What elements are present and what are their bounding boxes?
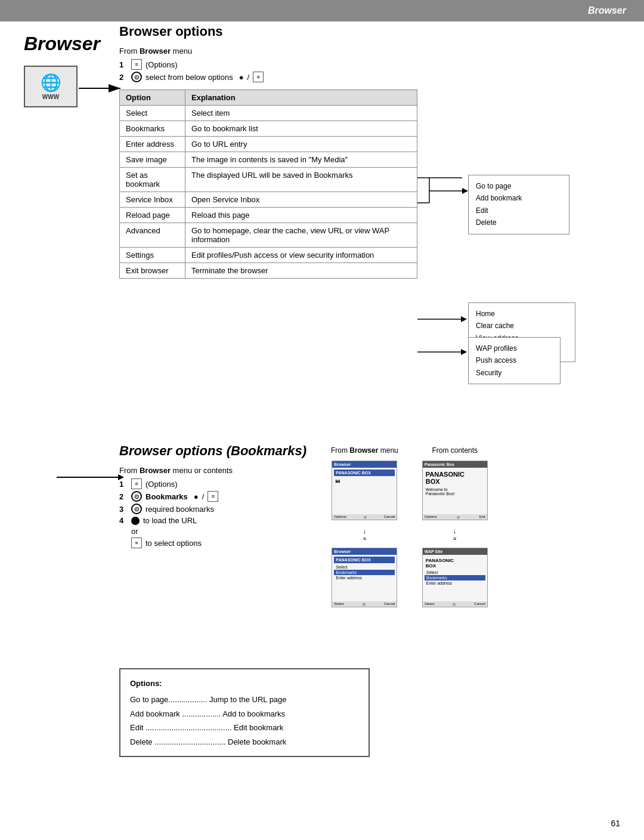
step2-4: 4 to load the URL bbox=[119, 516, 306, 525]
svg-marker-7 bbox=[461, 316, 467, 322]
explanation-cell: The displayed URL will be saved in Bookm… bbox=[185, 168, 417, 192]
bookmarks-label: Bookmarks bbox=[145, 492, 188, 501]
option-cell: Settings bbox=[120, 248, 185, 263]
table-row: SettingsEdit profiles/Push access or vie… bbox=[120, 248, 417, 263]
explanation-cell: Select item bbox=[185, 106, 417, 121]
panasonic-logo1: PANASONIC BOX bbox=[334, 470, 395, 476]
col-option-header: Option bbox=[120, 90, 185, 106]
option-cell: Enter address bbox=[120, 137, 185, 152]
step1: 1 ≡ (Options) bbox=[119, 59, 572, 70]
table-row: Set as bookmarkThe displayed URL will be… bbox=[120, 168, 417, 192]
phone4-brand: PANASONICBOX bbox=[425, 557, 485, 570]
or-label: or bbox=[131, 527, 138, 536]
table-row: Reload pageReload this page bbox=[120, 208, 417, 223]
phone2-brand: PANASONICBOX bbox=[425, 470, 485, 486]
col-explanation-header: Explanation bbox=[185, 90, 417, 106]
table-row: Service InboxOpen Service Inbox bbox=[120, 192, 417, 208]
options-line: Go to page.................. Jump to the… bbox=[130, 693, 359, 706]
side-box-bookmarks: Go to page Add bookmark Edit Delete bbox=[468, 175, 569, 234]
option-cell: Reload page bbox=[120, 208, 185, 223]
explanation-cell: Reload this page bbox=[185, 208, 417, 223]
menu-select: Select bbox=[334, 564, 395, 570]
side-box2-line1: Home bbox=[476, 308, 568, 320]
menu4-enter-address: Enter address bbox=[425, 580, 485, 586]
bookmarks-section: Browser options (Bookmarks) From Browser… bbox=[119, 443, 306, 555]
step2-3: 3 ⊙ required bookmarks bbox=[119, 504, 306, 514]
from-contents-col: From contents Panasonic Box PANASONICBOX… bbox=[422, 446, 488, 607]
explanation-cell: Go to bookmark list bbox=[185, 121, 417, 137]
circle-dot-icon: ● bbox=[239, 73, 244, 82]
explanation-cell: Edit profiles/Push access or view securi… bbox=[185, 248, 417, 263]
globe-icon: 🌐 bbox=[41, 73, 61, 92]
options-line: Edit ...................................… bbox=[130, 721, 359, 734]
phone3-footer: Select ⊙ Cancel bbox=[332, 601, 397, 607]
option-cell: Service Inbox bbox=[120, 192, 185, 208]
www-icon: 🌐 WWW bbox=[24, 66, 78, 107]
table-row: Exit browserTerminate the browser bbox=[120, 263, 417, 279]
www-text: WWW bbox=[42, 94, 59, 100]
section2-title: Browser options (Bookmarks) bbox=[119, 443, 306, 459]
phone-screen-4: WAP Site PANASONICBOX Select Bookmarks E… bbox=[422, 548, 488, 607]
side-box3-line3: Security bbox=[476, 367, 553, 379]
step2-3-label: required bookmarks bbox=[145, 505, 214, 514]
menu-bookmarks: Bookmarks bbox=[334, 570, 395, 575]
side-box2-line2: Clear cache bbox=[476, 320, 568, 332]
nav-icon2: ⊙ bbox=[131, 491, 142, 502]
step2-label: select from below options bbox=[145, 73, 233, 82]
option-cell: Set as bookmark bbox=[120, 168, 185, 192]
table-row: AdvancedGo to homepage, clear the cache,… bbox=[120, 223, 417, 248]
step2: 2 ⊙ select from below options ● / ≡ bbox=[119, 72, 572, 82]
options-icon3: ≡ bbox=[131, 478, 142, 489]
phone-screen-1: Browser PANASONIC BOX 📷 Options ⊙ Cancel bbox=[332, 461, 397, 520]
from-browser-menu-col: From Browser menu Browser PANASONIC BOX … bbox=[331, 446, 398, 607]
header-title: Browser bbox=[588, 5, 626, 16]
side-box1-line2: Add bookmark bbox=[476, 192, 562, 204]
phone3-body: PANASONIC BOX Select Bookmarks Enter add… bbox=[332, 555, 397, 582]
header-bar: Browser bbox=[0, 0, 644, 21]
side-box1-line4: Delete bbox=[476, 217, 562, 228]
options-lines: Go to page.................. Jump to the… bbox=[130, 693, 359, 749]
step2-2: 2 ⊙ Bookmarks ● / ≡ bbox=[119, 491, 306, 502]
step-list: 1 ≡ (Options) 2 ⊙ select from below opti… bbox=[119, 59, 572, 82]
phone1-body: PANASONIC BOX 📷 bbox=[332, 468, 397, 486]
explanation-cell: The image in contents is saved in "My Me… bbox=[185, 152, 417, 168]
circle-dot-icon2: ● bbox=[194, 492, 199, 501]
svg-marker-9 bbox=[461, 349, 467, 355]
option-cell: Save image bbox=[120, 152, 185, 168]
options-icon: ≡ bbox=[131, 59, 142, 70]
step2-1-label: (Options) bbox=[145, 480, 177, 489]
explanation-cell: Go to URL entry bbox=[185, 137, 417, 152]
step-list2: 1 ≡ (Options) 2 ⊙ Bookmarks ● / ≡ 3 ⊙ re… bbox=[119, 478, 306, 548]
phone1-footer: Options ⊙ Cancel bbox=[332, 514, 397, 520]
nav-icon3: ⊙ bbox=[131, 504, 142, 514]
browser-bold: Browser bbox=[140, 47, 171, 55]
phone2-footer: Options ⊙ Exit bbox=[423, 514, 487, 520]
phone-screenshots-area: From Browser menu Browser PANASONIC BOX … bbox=[331, 446, 488, 607]
from-browser-menu-label: From Browser menu bbox=[331, 446, 398, 455]
arrow-down-2: ↓≡ bbox=[453, 527, 457, 542]
side-box1-line1: Go to page bbox=[476, 180, 562, 192]
menu4-select: Select bbox=[425, 570, 485, 575]
arrow-down-1: ↓≡ bbox=[363, 527, 367, 542]
explanation-cell: Go to homepage, clear the cache, view UR… bbox=[185, 223, 417, 248]
circle-filled-icon bbox=[131, 517, 140, 525]
side-box-settings: WAP profiles Push access Security bbox=[468, 337, 561, 384]
table-row: BookmarksGo to bookmark list bbox=[120, 121, 417, 137]
from-contents-label: From contents bbox=[432, 446, 478, 455]
option-cell: Select bbox=[120, 106, 185, 121]
phone3-header: Browser bbox=[332, 548, 397, 555]
step2-5: ≡ to select options bbox=[131, 538, 306, 548]
section1-title: Browser options bbox=[119, 24, 572, 39]
browser-options-section: Browser options From Browser menu 1 ≡ (O… bbox=[119, 24, 572, 291]
phone4-footer: Select ⊙ Cancel bbox=[423, 601, 487, 607]
options-table: Option Explanation SelectSelect itemBook… bbox=[119, 89, 417, 279]
options-icon4: ≡ bbox=[208, 491, 218, 502]
phone1-header: Browser bbox=[332, 461, 397, 468]
menu-enter-address: Enter address bbox=[334, 575, 395, 580]
explanation-cell: Terminate the browser bbox=[185, 263, 417, 279]
table-row: Enter addressGo to URL entry bbox=[120, 137, 417, 152]
step2-4-label: to load the URL bbox=[143, 516, 197, 525]
from-menu-or-contents: From Browser menu or contents bbox=[119, 466, 306, 475]
explanation-cell: Open Service Inbox bbox=[185, 192, 417, 208]
panasonic-logo3: PANASONIC BOX bbox=[334, 557, 395, 563]
